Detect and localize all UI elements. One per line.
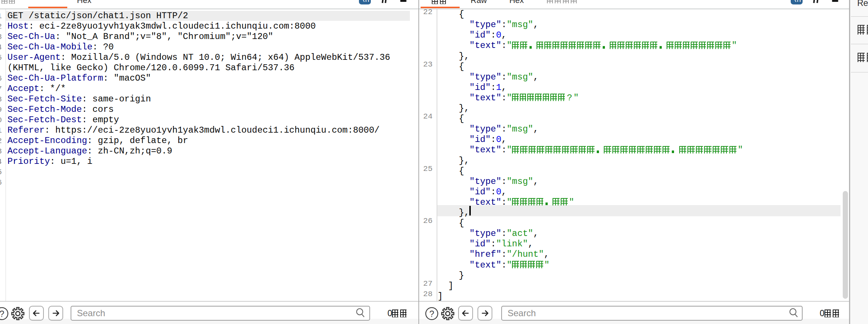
svg-text:?: ? [0, 309, 4, 318]
svg-text:?: ? [429, 309, 434, 318]
